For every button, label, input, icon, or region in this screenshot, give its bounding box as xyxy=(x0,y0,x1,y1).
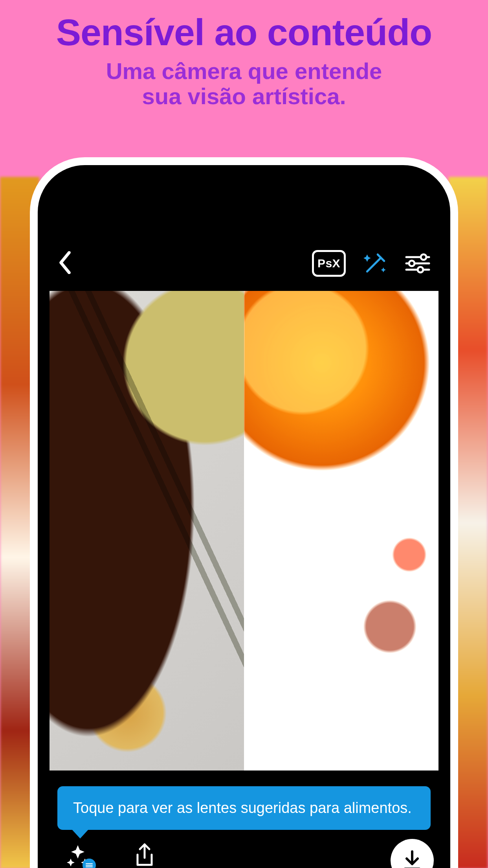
download-button[interactable] xyxy=(391,839,434,868)
promo-subtitle: Uma câmera que entende sua visão artísti… xyxy=(0,59,488,109)
hint-tooltip[interactable]: Toque para ver as lentes sugeridas para … xyxy=(57,786,431,830)
svg-point-4 xyxy=(409,261,415,266)
settings-sliders-icon[interactable] xyxy=(405,253,431,274)
app-top-bar: PsX xyxy=(38,244,450,283)
share-icon xyxy=(130,841,159,868)
back-button[interactable] xyxy=(57,251,72,274)
psx-label: PsX xyxy=(317,257,340,270)
magic-wand-icon[interactable] xyxy=(362,250,388,276)
app-screen: PsX xyxy=(38,165,450,868)
promo-title: Sensível ao conteúdo xyxy=(0,11,488,54)
bottom-toolbar: Lentes Compar... xyxy=(38,841,450,868)
svg-point-5 xyxy=(418,267,423,272)
photo-after xyxy=(244,291,438,771)
device-frame: PsX xyxy=(30,157,458,868)
lenses-suggestion-badge xyxy=(83,859,96,868)
download-icon xyxy=(403,850,422,868)
share-button[interactable]: Compar... xyxy=(121,841,168,868)
photo-viewport[interactable] xyxy=(50,291,438,771)
lenses-icon xyxy=(64,841,92,868)
hint-tooltip-text: Toque para ver as lentes sugeridas para … xyxy=(73,800,412,816)
compare-divider[interactable] xyxy=(244,291,245,771)
lenses-button[interactable]: Lentes xyxy=(54,841,101,868)
photo-before xyxy=(50,291,244,771)
promo-hero: Sensível ao conteúdo Uma câmera que ente… xyxy=(0,0,488,109)
svg-point-3 xyxy=(421,254,426,260)
psx-badge-button[interactable]: PsX xyxy=(312,250,346,277)
